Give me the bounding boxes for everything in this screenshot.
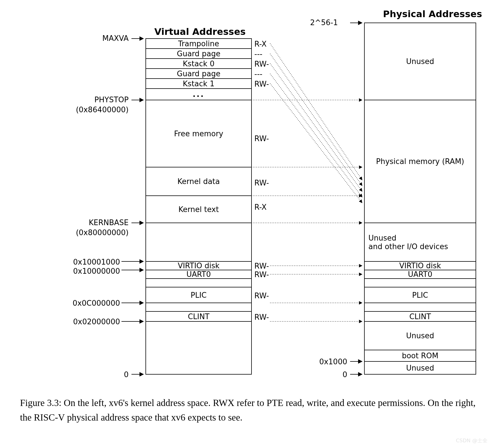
cell-uart: UART0 bbox=[146, 270, 252, 279]
cell-kstack1: Kstack 1 bbox=[146, 79, 252, 89]
label-phystop-hex: (0x86400000) bbox=[71, 106, 129, 114]
cell-plic: PLIC bbox=[146, 287, 252, 303]
label-zero-v: 0 bbox=[100, 371, 129, 379]
perm-trampoline: R-X bbox=[254, 40, 267, 48]
pcell-unused-bot: Unused bbox=[364, 361, 476, 374]
pcell-plic: PLIC bbox=[364, 287, 476, 303]
pcell-bootrom: boot ROM bbox=[364, 350, 476, 361]
perm-virtio: RW- bbox=[254, 262, 269, 270]
figure-caption: Figure 3.3: On the left, xv6's kernel ad… bbox=[20, 396, 477, 425]
cell-free: Free memory bbox=[146, 100, 252, 167]
perm-kstack0: RW- bbox=[254, 60, 269, 68]
diagram-stage: Virtual Addresses Physical Addresses 2^5… bbox=[0, 0, 495, 448]
cell-guard0: Guard page bbox=[146, 49, 252, 59]
perm-free: RW- bbox=[254, 134, 269, 143]
perm-kdata: RW- bbox=[254, 179, 269, 187]
label-maxva: MAXVA bbox=[71, 34, 129, 43]
label-kernbase-hex: (0x80000000) bbox=[71, 229, 129, 237]
svg-line-42 bbox=[270, 63, 362, 191]
title-physical: Physical Addresses bbox=[383, 9, 482, 19]
cell-kstack0: Kstack 0 bbox=[146, 59, 252, 69]
title-virtual: Virtual Addresses bbox=[154, 26, 246, 37]
pcell-unused-io: Unused and other I/O devices bbox=[364, 223, 480, 261]
cell-trampoline: Trampoline bbox=[146, 39, 252, 49]
svg-line-44 bbox=[270, 83, 362, 203]
cell-kdata: Kernel data bbox=[146, 167, 252, 196]
svg-line-43 bbox=[270, 74, 362, 197]
svg-line-40 bbox=[270, 43, 362, 180]
perm-guard1: --- bbox=[254, 70, 262, 78]
pcell-virtio: VIRTIO disk bbox=[364, 261, 476, 270]
label-uart-addr: 0x10000000 bbox=[66, 267, 120, 276]
pcell-clint: CLINT bbox=[364, 311, 476, 321]
perm-ktext: R-X bbox=[254, 203, 267, 211]
cell-ktext: Kernel text bbox=[146, 196, 252, 223]
cell-clint: CLINT bbox=[146, 311, 252, 321]
perm-clint: RW- bbox=[254, 313, 269, 321]
watermark: CSDN @士全 bbox=[456, 437, 488, 444]
pcell-unused-mid: Unused bbox=[364, 321, 476, 350]
label-kernbase: KERNBASE bbox=[71, 219, 129, 227]
label-clint-addr: 0x02000000 bbox=[66, 318, 120, 326]
label-virtio-addr: 0x10001000 bbox=[66, 258, 120, 267]
virtual-label-arrows bbox=[121, 39, 143, 374]
label-phystop: PHYSTOP bbox=[71, 96, 129, 104]
pcell-unused-top: Unused bbox=[364, 23, 476, 100]
label-bootrom-addr: 0x1000 bbox=[306, 358, 347, 366]
cell-virtio: VIRTIO disk bbox=[146, 261, 252, 270]
perm-uart: RW- bbox=[254, 270, 269, 279]
pcell-ram: Physical memory (RAM) bbox=[364, 100, 476, 223]
cell-dots: ... bbox=[146, 89, 252, 100]
mapping-lines bbox=[253, 43, 362, 321]
svg-line-41 bbox=[270, 54, 362, 186]
pcell-uart: UART0 bbox=[364, 270, 476, 279]
perm-kstack1: RW- bbox=[254, 80, 269, 88]
label-2to56: 2^56-1 bbox=[310, 19, 338, 27]
perm-guard0: --- bbox=[254, 50, 262, 58]
label-zero-p: 0 bbox=[306, 371, 347, 379]
label-plic-addr: 0x0C000000 bbox=[66, 299, 120, 308]
perm-plic: RW- bbox=[254, 291, 269, 300]
cell-guard1: Guard page bbox=[146, 69, 252, 79]
